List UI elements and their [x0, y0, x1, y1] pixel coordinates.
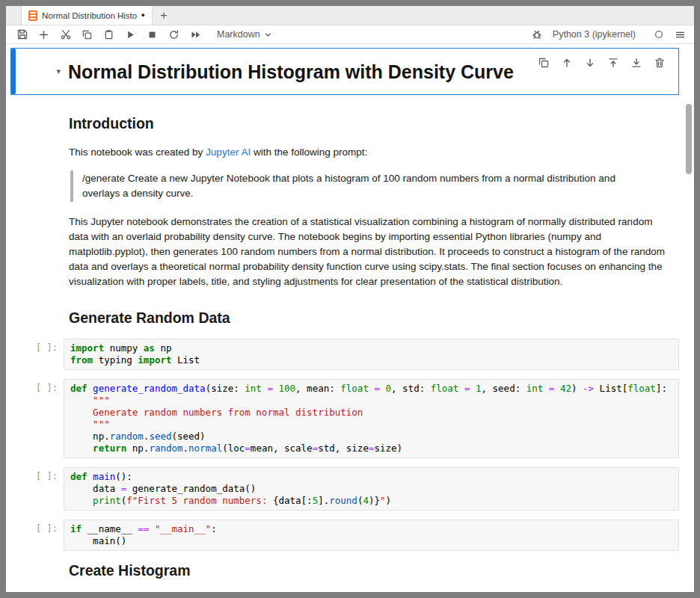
cell-toolbar: [538, 57, 666, 69]
cell-type-dropdown[interactable]: Markdown: [217, 29, 273, 40]
save-icon: [16, 28, 28, 40]
code-editor[interactable]: def generate_random_data(size: int = 100…: [64, 379, 679, 458]
insert-cell-above-button[interactable]: [607, 57, 619, 69]
insert-below-icon: [630, 57, 642, 69]
cell-gutter: ▾: [16, 49, 68, 94]
kernel-status-icon: [652, 28, 665, 41]
plus-icon: [38, 29, 49, 40]
intro-text-prefix: This notebook was created by: [69, 147, 206, 158]
add-cell-button[interactable]: [37, 28, 50, 41]
intro-paragraph: This notebook was created by Jupyter AI …: [69, 145, 672, 160]
arrow-up-icon: [561, 57, 573, 69]
copy-icon: [82, 29, 93, 40]
insert-cell-below-button[interactable]: [630, 57, 642, 69]
tab-bar: Normal Distribution Histogr ● +: [6, 6, 694, 25]
run-cell-button[interactable]: [124, 28, 137, 41]
code-cell[interactable]: [ ]:import numpy as npfrom typing import…: [12, 339, 679, 370]
intro-text-suffix: with the following prompt:: [251, 147, 367, 158]
code-cell-list: [ ]:import numpy as npfrom typing import…: [6, 339, 694, 551]
kernel-name[interactable]: Python 3 (ipykernel): [553, 29, 636, 40]
duplicate-cell-button[interactable]: [538, 57, 550, 69]
markdown-cell-generate-heading[interactable]: Generate Random Data: [6, 309, 694, 327]
duplicate-icon: [538, 57, 550, 69]
notebook-tab[interactable]: Normal Distribution Histogr ●: [21, 6, 153, 25]
markdown-cell-create-heading[interactable]: Create Histogram: [6, 562, 694, 579]
markdown-cell-introduction[interactable]: Introduction This notebook was created b…: [6, 115, 694, 289]
cell-content: Normal Distribution Histogram with Densi…: [68, 49, 678, 94]
execution-prompt: [ ]:: [12, 467, 64, 511]
stop-icon: [147, 29, 158, 40]
heading-collapse-arrow-icon[interactable]: ▾: [56, 67, 61, 76]
execution-prompt: [ ]:: [12, 339, 64, 370]
hamburger-icon: [675, 29, 686, 40]
code-editor[interactable]: if __name__ == "__main__": main(): [64, 520, 679, 551]
trash-icon: [654, 57, 666, 69]
save-button[interactable]: [16, 28, 28, 41]
cut-cells-button[interactable]: [59, 28, 72, 41]
section-heading-introduction: Introduction: [69, 115, 672, 132]
clipboard-icon: [103, 29, 114, 40]
tab-title: Normal Distribution Histogr: [42, 11, 137, 20]
restart-run-all-button[interactable]: [189, 28, 202, 41]
paste-cells-button[interactable]: [102, 28, 115, 41]
notebook-file-icon: [28, 10, 37, 21]
section-heading-create: Create Histogram: [69, 562, 672, 579]
code-editor[interactable]: def main(): data = generate_random_data(…: [64, 467, 679, 511]
chevron-down-icon: [263, 30, 273, 40]
arrow-down-icon: [584, 57, 596, 69]
interrupt-kernel-button[interactable]: [146, 28, 159, 41]
cell-type-label: Markdown: [217, 29, 260, 40]
move-cell-down-button[interactable]: [584, 57, 596, 69]
execution-prompt: [ ]:: [12, 379, 64, 458]
move-cell-up-button[interactable]: [561, 57, 573, 69]
copy-cells-button[interactable]: [81, 28, 93, 41]
delete-cell-button[interactable]: [654, 57, 666, 69]
bug-icon: [531, 28, 543, 40]
new-tab-button[interactable]: +: [153, 6, 175, 25]
notebook-toolbar: Markdown Python 3 (ipykernel): [6, 25, 694, 44]
code-cell[interactable]: [ ]:def main(): data = generate_random_d…: [12, 467, 679, 511]
debugger-button[interactable]: [531, 28, 544, 41]
selected-markdown-cell[interactable]: ▾ Normal Distribution Histogram with Den…: [10, 48, 679, 95]
scrollbar-thumb[interactable]: [686, 104, 692, 174]
prompt-blockquote: /generate Create a new Jupyter Notebook …: [70, 170, 672, 202]
code-editor[interactable]: import numpy as npfrom typing import Lis…: [64, 339, 679, 370]
description-paragraph: This Jupyter notebook demonstrates the c…: [69, 215, 672, 289]
notebook-panel[interactable]: ▾ Normal Distribution Histogram with Den…: [6, 44, 694, 592]
tab-modified-dot-icon[interactable]: ●: [141, 12, 145, 19]
jupyter-ai-link[interactable]: Jupyter AI: [206, 147, 251, 158]
jupyter-window: Normal Distribution Histogr ● +: [6, 6, 694, 592]
section-heading-generate: Generate Random Data: [69, 309, 672, 327]
code-cell[interactable]: [ ]:if __name__ == "__main__": main(): [12, 520, 679, 551]
execution-prompt: [ ]:: [12, 520, 64, 551]
fast-forward-icon: [190, 29, 201, 40]
restart-icon: [168, 29, 179, 40]
scissors-icon: [60, 28, 72, 40]
menu-button[interactable]: [674, 28, 687, 41]
play-icon: [125, 29, 136, 40]
code-cell[interactable]: [ ]:def generate_random_data(size: int =…: [12, 379, 679, 458]
restart-kernel-button[interactable]: [168, 28, 180, 41]
insert-above-icon: [607, 57, 619, 69]
